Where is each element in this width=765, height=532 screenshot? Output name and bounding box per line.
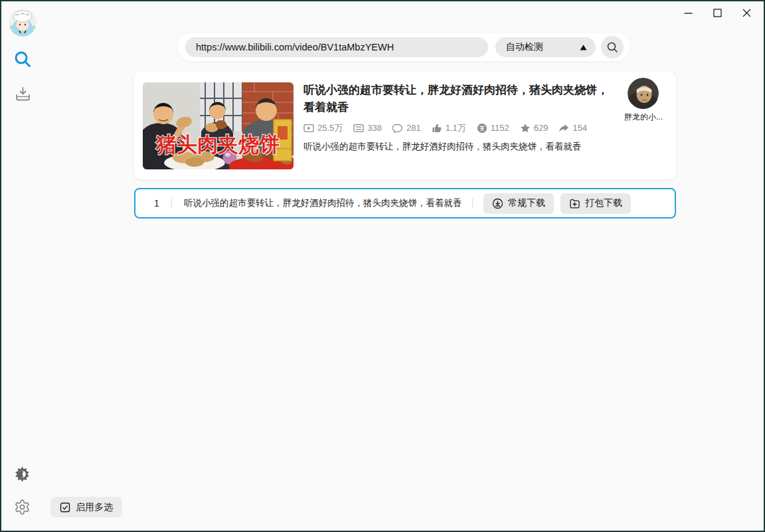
share-count-value: 154	[572, 123, 587, 133]
comment-count-value: 281	[406, 123, 421, 133]
favorite-count-value: 629	[534, 123, 549, 133]
comment-count: 281	[392, 123, 421, 133]
magnifier-icon	[606, 41, 618, 53]
settings-gear-icon	[14, 499, 31, 515]
coin-count-value: 1152	[491, 123, 509, 133]
uploader-name[interactable]: 胖龙的小...	[624, 112, 661, 123]
close-icon	[742, 9, 751, 17]
regular-download-button[interactable]: 常规下载	[483, 193, 554, 214]
video-info: 听说小强的超市要转让，胖龙好酒好肉招待，猪头肉夹烧饼，看着就香 25.5万 33…	[303, 82, 610, 153]
search-icon	[13, 50, 32, 68]
sidebar-search-tab[interactable]	[13, 49, 33, 69]
detect-mode-label: 自动检测	[506, 41, 543, 53]
favorite-star-icon	[520, 123, 531, 133]
package-add-icon	[569, 198, 580, 209]
like-count: 1.1万	[432, 122, 466, 134]
row-index: 1	[142, 198, 171, 209]
app-window: 自动检测	[0, 0, 765, 532]
maximize-icon	[713, 9, 722, 17]
danmaku-icon	[353, 123, 364, 133]
checkbox-checked-icon	[60, 502, 70, 513]
video-card[interactable]: 猪头肉夹烧饼 听说小强的超市要转让，胖龙好酒好肉招待，猪头肉夹烧饼，看着就香 2…	[134, 72, 676, 179]
share-count: 154	[558, 123, 587, 133]
comment-icon	[392, 123, 403, 133]
settings-button[interactable]	[14, 499, 31, 515]
like-count-value: 1.1万	[446, 122, 466, 134]
theme-toggle-icon	[14, 466, 31, 482]
app-avatar[interactable]	[9, 9, 37, 37]
search-submit-button[interactable]	[601, 36, 624, 58]
maximize-button[interactable]	[703, 3, 732, 23]
video-stats: 25.5万 338 281 1.1万 1152	[303, 122, 610, 134]
danmaku-count: 338	[353, 123, 382, 133]
uploader-avatar-image	[628, 78, 659, 109]
regular-download-label: 常规下载	[508, 197, 545, 209]
coin-icon	[477, 123, 487, 133]
minimize-button[interactable]	[673, 3, 703, 23]
minimize-icon	[684, 9, 693, 17]
play-count: 25.5万	[303, 122, 343, 134]
row-title: 听说小强的超市要转让，胖龙好酒好肉招待，猪头肉夹烧饼，看着就香	[184, 197, 462, 209]
url-input[interactable]	[185, 37, 488, 57]
window-controls	[673, 3, 761, 23]
share-icon	[558, 123, 569, 133]
row-divider	[171, 198, 172, 209]
video-title[interactable]: 听说小强的超市要转让，胖龙好酒好肉招待，猪头肉夹烧饼，看着就香	[303, 82, 610, 117]
download-row[interactable]: 1 听说小强的超市要转让，胖龙好酒好肉招待，猪头肉夹烧饼，看着就香 常规下载 打…	[134, 188, 676, 219]
cloud-download-icon	[492, 198, 503, 209]
uploader-avatar[interactable]	[628, 78, 659, 109]
close-button[interactable]	[732, 3, 761, 23]
play-count-value: 25.5万	[317, 122, 343, 134]
enable-multiselect-label: 启用多选	[76, 501, 113, 513]
row-divider	[472, 198, 473, 209]
thumbnail-image: 猪头肉夹烧饼	[143, 82, 294, 169]
detect-mode-dropdown[interactable]: 自动检测	[495, 37, 596, 57]
sidebar-downloads-tab[interactable]	[13, 84, 33, 104]
video-thumbnail[interactable]: 猪头肉夹烧饼	[143, 82, 294, 169]
video-description: 听说小强的超市要转让，胖龙好酒好肉招待，猪头肉夹烧饼，看着就香	[303, 141, 610, 153]
package-download-label: 打包下载	[585, 197, 622, 209]
favorite-count: 629	[520, 123, 549, 133]
play-count-icon	[303, 123, 314, 133]
uploader: 胖龙的小...	[624, 78, 661, 123]
thumbnail-overlay-text: 猪头肉夹烧饼	[155, 133, 280, 156]
theme-toggle-button[interactable]	[14, 466, 31, 482]
package-download-button[interactable]: 打包下载	[560, 193, 631, 214]
like-icon	[432, 123, 442, 133]
coin-count: 1152	[477, 123, 509, 133]
row-actions: 常规下载 打包下载	[483, 193, 631, 214]
search-bar: 自动检测	[177, 33, 630, 61]
download-tray-icon	[14, 85, 32, 103]
enable-multiselect-button[interactable]: 启用多选	[50, 497, 122, 517]
dropdown-up-triangle-icon	[580, 44, 587, 50]
app-avatar-image	[9, 9, 37, 37]
danmaku-count-value: 338	[367, 123, 382, 133]
